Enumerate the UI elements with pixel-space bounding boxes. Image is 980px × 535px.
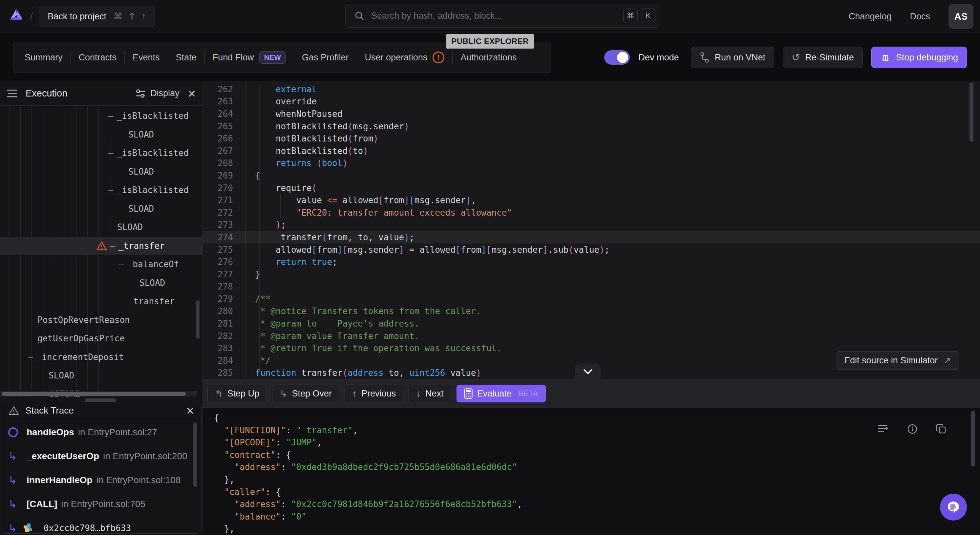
tab-contracts[interactable]: Contracts <box>71 53 125 63</box>
support-chat-button[interactable] <box>940 494 967 521</box>
info-icon[interactable] <box>907 424 918 434</box>
frame-call-arrow-icon: ↳ <box>8 474 17 486</box>
code-line-280[interactable]: 280 * @notice Transfers tokens from the … <box>203 305 980 318</box>
display-button[interactable]: Display <box>135 88 180 99</box>
previous-button[interactable]: ↑ Previous <box>345 385 403 403</box>
code-line-282[interactable]: 282 * @param value Transfer amount. <box>203 330 980 342</box>
edit-source-label: Edit source in Simulator <box>844 355 938 366</box>
scroll-to-current-button[interactable] <box>575 363 601 380</box>
tree-node-sload[interactable]: SLOAD <box>0 366 203 385</box>
output-vertical-scrollbar[interactable] <box>971 411 975 467</box>
back-to-project-button[interactable]: Back to project ⌘⇧↑ <box>39 6 155 27</box>
code-line-267[interactable]: 267 notBlacklisted(to) <box>203 145 980 157</box>
k-key-badge: K <box>641 8 655 23</box>
execution-tree: —_isBlacklistedSLOAD—_isBlacklistedSLOAD… <box>0 107 203 397</box>
tree-node-label: SLOAD <box>128 130 154 140</box>
code-line-279[interactable]: 279 /** <box>203 293 980 305</box>
tab-state[interactable]: State <box>168 53 204 63</box>
output-json-line: "contract": { <box>214 449 522 462</box>
code-line-262[interactable]: 262 external <box>203 83 980 96</box>
execution-vertical-scrollbar[interactable] <box>196 300 200 339</box>
code-line-276[interactable]: 276 return true; <box>203 256 980 268</box>
code-line-268[interactable]: 268 returns (bool) <box>203 157 980 170</box>
stack-trace-vertical-scrollbar[interactable] <box>193 422 197 487</box>
code-text: _transfer(from, to, value); <box>245 232 415 242</box>
code-text: require( <box>245 183 317 193</box>
stack-trace-close-icon[interactable]: × <box>186 404 194 417</box>
tab-summary[interactable]: Summary <box>17 53 70 63</box>
tree-node-isblacklisted[interactable]: —_isBlacklisted <box>0 107 203 126</box>
step-up-button[interactable]: ↰ Step Up <box>207 385 267 403</box>
stop-debugging-button[interactable]: Stop debugging <box>871 46 967 68</box>
code-line-273[interactable]: 273 ); <box>203 219 980 231</box>
tree-node-isblacklisted[interactable]: —_isBlacklisted <box>0 144 203 162</box>
tree-node-sload[interactable]: SLOAD <box>0 274 203 293</box>
code-line-270[interactable]: 270 require( <box>203 182 980 194</box>
tree-node-label: SLOAD <box>117 222 143 232</box>
edit-source-button[interactable]: Edit source in Simulator ↗ <box>836 351 959 369</box>
code-text: notBlacklisted(to) <box>245 146 368 156</box>
stack-frame[interactable]: ↳_executeUserOpin EntryPoint.sol:200 <box>1 444 202 468</box>
copy-icon[interactable] <box>936 424 947 434</box>
evaluate-button[interactable]: Evaluate BETA <box>457 385 546 403</box>
tree-node-isblacklisted[interactable]: —_isBlacklisted <box>0 181 203 199</box>
next-button[interactable]: ↓ Next <box>409 385 451 403</box>
stack-frame[interactable]: ↳innerHandleOpin EntryPoint.sol:108 <box>1 468 202 492</box>
dev-mode-toggle[interactable] <box>604 50 630 65</box>
stack-trace-panel: Stack Trace × handleOpsin EntryPoint.sol… <box>1 402 202 534</box>
tree-node-label: _isBlacklisted <box>117 148 189 158</box>
search-input[interactable]: Search by hash, address, block... ⌘ K <box>345 4 660 27</box>
code-line-281[interactable]: 281 * @param to Payee's address. <box>203 317 980 330</box>
frame-function: 0x2cc0c798…bfb633 <box>44 523 131 533</box>
changelog-link[interactable]: Changelog <box>849 11 892 22</box>
line-number: 262 <box>203 84 233 94</box>
warning-icon <box>8 406 19 416</box>
docs-link[interactable]: Docs <box>910 11 930 22</box>
stack-frame[interactable]: handleOpsin EntryPoint.sol:27 <box>1 420 202 444</box>
word-wrap-icon[interactable] <box>878 424 889 433</box>
user-operations-warning-icon: ! <box>433 51 444 63</box>
code-line-277[interactable]: 277 } <box>203 268 980 281</box>
tab-events[interactable]: Events <box>125 53 168 63</box>
tab-fund-flow[interactable]: Fund Flow NEW <box>205 51 294 64</box>
code-line-265[interactable]: 265 notBlacklisted(msg.sender) <box>203 120 980 132</box>
tree-node-transfer[interactable]: —_transfer <box>0 237 203 255</box>
code-line-275[interactable]: 275 allowed[from][msg.sender] = allowed[… <box>203 244 980 256</box>
code-line-271[interactable]: 271 value <= allowed[from][msg.sender], <box>203 194 980 207</box>
warning-icon <box>96 241 107 251</box>
tree-node-getuseropgasprice[interactable]: getUserOpGasPrice <box>0 329 203 348</box>
tree-node-transfer[interactable]: _transfer <box>0 292 203 311</box>
code-line-269[interactable]: 269 { <box>203 169 980 182</box>
code-line-278[interactable]: 278 <box>203 281 980 293</box>
code-text: allowed[from][msg.sender] = allowed[from… <box>245 245 610 255</box>
user-avatar[interactable]: AS <box>948 4 974 29</box>
code-line-272[interactable]: 272 "ERC20: transfer amount exceeds allo… <box>203 207 980 219</box>
tree-node-sload[interactable]: SLOAD <box>0 126 203 144</box>
tree-node-sload[interactable]: SLOAD <box>0 218 203 237</box>
tree-node-sload[interactable]: SLOAD <box>0 199 203 218</box>
tree-node-balanceof[interactable]: —_balanceOf <box>0 255 203 274</box>
tree-node-postoprevertreason[interactable]: PostOpRevertReason <box>0 311 203 330</box>
tree-node-incrementdeposit[interactable]: —_incrementDeposit <box>0 348 203 366</box>
re-simulate-button[interactable]: ↺ Re-Simulate <box>783 46 863 68</box>
menu-icon[interactable] <box>7 89 18 98</box>
line-number: 264 <box>203 109 233 119</box>
search-icon <box>354 11 364 21</box>
tenderly-logo-icon[interactable] <box>7 7 25 25</box>
tab-user-operations[interactable]: User operations ! <box>357 51 453 63</box>
tab-gas-profiler[interactable]: Gas Profiler <box>294 53 357 63</box>
tree-node-sload[interactable]: SLOAD <box>0 162 203 181</box>
code-line-264[interactable]: 264 whenNotPaused <box>203 108 980 120</box>
code-line-263[interactable]: 263 override <box>203 96 980 108</box>
stack-frame[interactable]: ↳0x2cc0c798…bfb633 <box>1 516 202 534</box>
execution-close-icon[interactable]: × <box>188 87 196 100</box>
step-over-button[interactable]: ↳ Step Over <box>272 385 339 403</box>
code-line-266[interactable]: 266 notBlacklisted(from) <box>203 132 980 145</box>
output-json-line: "[FUNCTION]": "_transfer", <box>214 424 522 437</box>
tab-authorizations[interactable]: Authorizations <box>453 53 525 63</box>
execution-horizontal-scrollbar[interactable] <box>0 391 197 396</box>
run-on-vnet-button[interactable]: Run on VNet <box>691 46 775 68</box>
stack-frame[interactable]: ↳[CALL]in EntryPoint.sol:705 <box>1 492 202 516</box>
code-vertical-scrollbar[interactable] <box>969 83 974 142</box>
code-line-274[interactable]: 274 _transfer(from, to, value); <box>203 231 980 244</box>
